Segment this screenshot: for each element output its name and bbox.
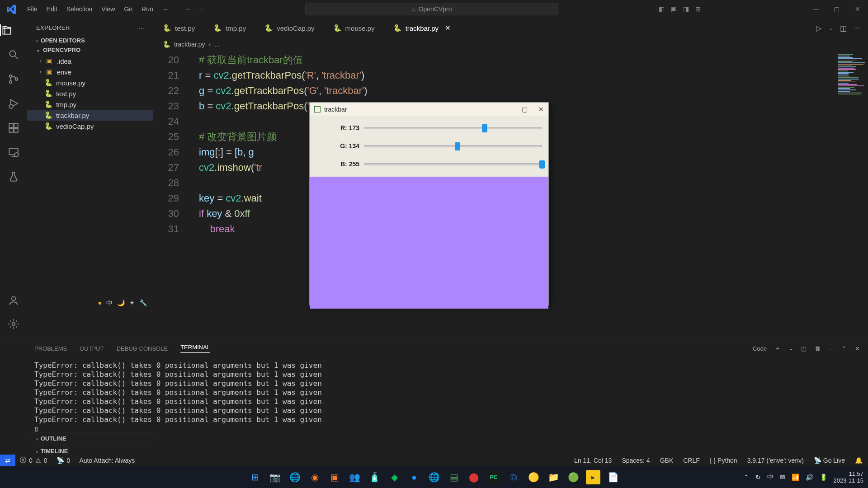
status-cursor[interactable]: Ln 11, Col 13 [574,457,612,464]
cv-close-icon[interactable]: ✕ [538,106,544,113]
split-editor-icon[interactable]: ◫ [840,24,847,33]
panel-tab-debugconsole[interactable]: DEBUG CONSOLE [117,345,168,352]
record-icon[interactable]: ⬤ [467,470,481,484]
tray-sync-icon[interactable]: ↻ [755,474,761,481]
status-eol[interactable]: CRLF [683,457,700,464]
editor-more-icon[interactable]: ··· [854,24,860,32]
panel-maximize-icon[interactable]: ⌃ [842,345,847,352]
todesk-icon[interactable]: ● [407,470,421,484]
activity-test-icon[interactable] [8,171,19,183]
trackbar-r-slider[interactable] [364,123,542,132]
activity-search-icon[interactable] [8,49,19,61]
command-center[interactable]: ⌕ OpenCVpro [305,3,558,15]
explorer-icon[interactable]: 📁 [546,470,561,484]
app2-icon[interactable]: ▣ [327,470,342,484]
panel-tab-terminal[interactable]: TERMINAL [180,344,210,353]
tray-mail-icon[interactable]: ✉ [780,474,785,481]
minimize-icon[interactable]: — [806,5,826,13]
status-encoding[interactable]: GBK [660,457,674,464]
edge-icon[interactable]: 🌐 [427,470,441,484]
filmora-icon[interactable]: ◆ [387,470,401,484]
status-port[interactable]: 📡0 [57,457,71,464]
start-icon[interactable]: ⊞ [248,470,262,484]
activity-extensions-icon[interactable] [8,122,19,134]
teams-icon[interactable]: 👥 [347,470,362,484]
terminal-profile-label[interactable]: Code [753,345,767,352]
menu-selection[interactable]: Selection [62,5,97,13]
cv-minimize-icon[interactable]: — [505,106,511,113]
explorer-more-icon[interactable]: ··· [139,24,144,31]
activity-git-icon[interactable] [8,73,19,85]
notepad-icon[interactable]: 📄 [606,470,620,484]
edge-new-icon[interactable]: 🌐 [288,470,302,484]
tray-volume-icon[interactable]: 🔊 [806,474,813,481]
status-bell-icon[interactable]: 🔔 [855,457,863,464]
nav-forward-icon[interactable]: → [198,5,204,13]
menu-more[interactable]: ··· [158,5,172,13]
tab-close-icon[interactable]: ✕ [445,24,451,32]
layout-panel-right-icon[interactable]: ◨ [683,5,689,13]
camera-icon[interactable]: 📷 [268,470,282,484]
layout-customize-icon[interactable]: ⊞ [695,5,701,13]
terminal-trash-icon[interactable]: 🗑 [815,345,821,352]
file-vediocap[interactable]: 🐍 vedioCap.py [27,121,153,131]
menu-file[interactable]: File [23,5,42,13]
terminal-more-icon[interactable]: ··· [829,345,834,352]
potplayer-icon[interactable]: ▶ [586,470,600,484]
file-test[interactable]: 🐍 test.py [27,88,153,99]
run-dropdown-icon[interactable]: ⌄ [829,25,833,31]
blender-icon[interactable]: ◉ [307,470,322,484]
chrome-icon[interactable]: 🟡 [526,470,541,484]
status-language[interactable]: { }Python [710,457,737,464]
pycharm-icon[interactable]: PC [486,470,501,484]
activity-account-icon[interactable] [8,295,19,306]
vscode-taskbar-icon[interactable]: ⧉ [506,470,521,484]
activity-debug-icon[interactable] [8,98,19,109]
folder-idea[interactable]: › ▣ .idea [27,56,153,66]
status-autoattach[interactable]: Auto Attach: Always [79,457,135,464]
panel-tab-output[interactable]: OUTPUT [80,345,104,352]
menu-edit[interactable]: Edit [42,5,62,13]
tray-clock[interactable]: 11:57 2023-11-15 [834,470,864,484]
tab-test[interactable]: 🐍test.py [154,18,204,38]
chrome2-icon[interactable]: 🟢 [566,470,580,484]
file-mouse[interactable]: 🐍 mouse.py [27,77,153,88]
breadcrumb[interactable]: 🐍 trackbar.py › ... [154,38,868,51]
terminal-dropdown-icon[interactable]: ⌄ [789,346,793,352]
run-icon[interactable]: ▷ [816,24,821,33]
activity-remote-icon[interactable] [8,146,19,158]
terminal-output[interactable]: TypeError: callback() takes 0 positional… [27,357,868,433]
maximize-icon[interactable]: ▢ [826,5,847,13]
terminal-new-icon[interactable]: ＋ [775,344,781,352]
panel-tab-problems[interactable]: PROBLEMS [34,345,67,352]
opencv-trackbar-window[interactable]: trackbar — ▢ ✕ R: 173 G: 134 B: 255 [309,102,549,305]
trackbar-b-slider[interactable] [364,160,542,169]
trackbar-g-slider[interactable] [364,141,542,150]
minimap[interactable] [836,51,868,339]
status-spaces[interactable]: Spaces: 4 [622,457,650,464]
close-icon[interactable]: ✕ [847,5,868,13]
bottle-icon[interactable]: 🧴 [367,470,382,484]
app3-icon[interactable]: ▤ [447,470,461,484]
tab-mouse[interactable]: 🐍mouse.py [324,18,384,38]
outline-section[interactable]: ›OUTLINE [27,432,154,445]
layout-panel-left-icon[interactable]: ◧ [659,5,665,13]
menu-run[interactable]: Run [137,5,158,13]
tray-chevron-icon[interactable]: ⌃ [744,474,749,481]
tab-trackbar[interactable]: 🐍trackbar.py✕ [384,18,460,38]
tray-ime[interactable]: 中 [767,473,774,481]
folder-enve[interactable]: › ▣ enve [27,66,153,77]
tab-vediocap[interactable]: 🐍vedioCap.py [255,18,324,38]
cv-titlebar[interactable]: trackbar — ▢ ✕ [310,103,548,116]
remote-indicator[interactable]: ⇄ [0,455,15,466]
status-errors[interactable]: ⓧ0⚠0 [20,456,47,465]
project-section[interactable]: ⌄ OPENCVPRO [27,45,153,55]
cv-maximize-icon[interactable]: ▢ [522,106,528,113]
tray-battery-icon[interactable]: 🔋 [820,474,827,481]
terminal-split-icon[interactable]: ◫ [801,345,807,352]
status-golive[interactable]: 📡 Go Live [814,457,845,464]
activity-explorer-icon[interactable] [0,24,27,36]
tab-tmp[interactable]: 🐍tmp.py [204,18,255,38]
layout-panel-bottom-icon[interactable]: ▣ [671,5,677,13]
activity-settings-icon[interactable] [8,318,19,330]
